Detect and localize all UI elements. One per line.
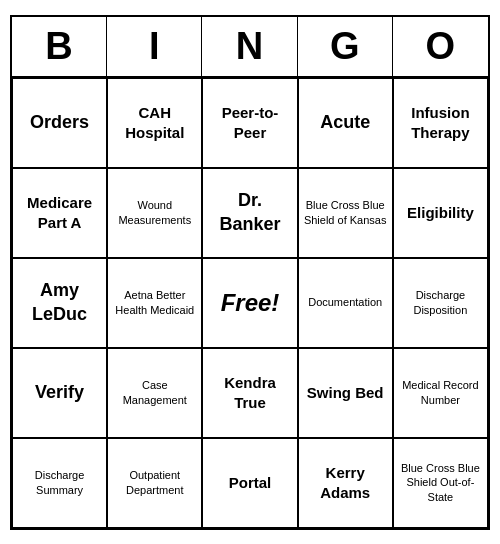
bingo-cell-9[interactable]: Eligibility — [393, 168, 488, 258]
bingo-cell-14[interactable]: Discharge Disposition — [393, 258, 488, 348]
bingo-cell-19[interactable]: Medical Record Number — [393, 348, 488, 438]
header-o: O — [393, 17, 488, 76]
bingo-grid: OrdersCAH HospitalPeer-to-PeerAcuteInfus… — [12, 78, 488, 528]
bingo-cell-18[interactable]: Swing Bed — [298, 348, 393, 438]
bingo-cell-7[interactable]: Dr. Banker — [202, 168, 297, 258]
bingo-cell-5[interactable]: Medicare Part A — [12, 168, 107, 258]
bingo-cell-21[interactable]: Outpatient Department — [107, 438, 202, 528]
bingo-cell-0[interactable]: Orders — [12, 78, 107, 168]
bingo-cell-24[interactable]: Blue Cross Blue Shield Out-of-State — [393, 438, 488, 528]
bingo-cell-11[interactable]: Aetna Better Health Medicaid — [107, 258, 202, 348]
bingo-cell-12[interactable]: Free! — [202, 258, 297, 348]
bingo-cell-4[interactable]: Infusion Therapy — [393, 78, 488, 168]
bingo-cell-23[interactable]: Kerry Adams — [298, 438, 393, 528]
header-g: G — [298, 17, 393, 76]
bingo-cell-20[interactable]: Discharge Summary — [12, 438, 107, 528]
bingo-cell-3[interactable]: Acute — [298, 78, 393, 168]
bingo-cell-2[interactable]: Peer-to-Peer — [202, 78, 297, 168]
bingo-cell-13[interactable]: Documentation — [298, 258, 393, 348]
bingo-cell-8[interactable]: Blue Cross Blue Shield of Kansas — [298, 168, 393, 258]
header-i: I — [107, 17, 202, 76]
bingo-cell-6[interactable]: Wound Measurements — [107, 168, 202, 258]
bingo-cell-15[interactable]: Verify — [12, 348, 107, 438]
bingo-cell-17[interactable]: Kendra True — [202, 348, 297, 438]
bingo-cell-22[interactable]: Portal — [202, 438, 297, 528]
bingo-card: B I N G O OrdersCAH HospitalPeer-to-Peer… — [10, 15, 490, 530]
header-n: N — [202, 17, 297, 76]
bingo-cell-16[interactable]: Case Management — [107, 348, 202, 438]
header-b: B — [12, 17, 107, 76]
bingo-cell-1[interactable]: CAH Hospital — [107, 78, 202, 168]
bingo-header: B I N G O — [12, 17, 488, 78]
bingo-cell-10[interactable]: Amy LeDuc — [12, 258, 107, 348]
